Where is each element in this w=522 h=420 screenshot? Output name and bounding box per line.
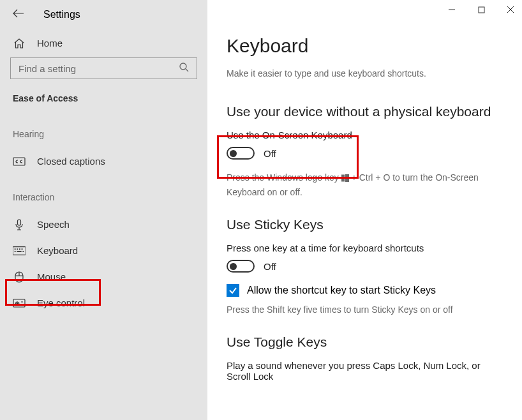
eye-control-icon: [13, 298, 26, 308]
nav-mouse[interactable]: Mouse: [0, 264, 207, 290]
nav-keyboard[interactable]: Keyboard: [0, 237, 207, 264]
windows-logo-icon: [341, 172, 349, 186]
close-button[interactable]: [503, 5, 518, 15]
svg-rect-2: [18, 220, 21, 225]
svg-rect-8: [15, 251, 16, 252]
search-container: [10, 57, 197, 79]
nav-label: Mouse: [37, 271, 66, 282]
search-icon: [179, 62, 189, 75]
closed-captions-icon: [13, 156, 26, 167]
nav-label: Closed captions: [37, 156, 105, 167]
nav-label: Eye control: [37, 297, 85, 308]
osk-label: Use the On-Screen Keyboard: [227, 130, 503, 140]
svg-rect-7: [22, 248, 23, 250]
svg-rect-5: [17, 248, 18, 250]
page-title: Keyboard: [227, 35, 503, 57]
svg-rect-15: [341, 175, 345, 178]
sidebar: Settings Home Ease of Access Hearing Clo…: [0, 0, 207, 420]
sticky-toggle-state: Off: [264, 261, 276, 272]
nav-speech[interactable]: Speech: [0, 211, 207, 237]
home-label: Home: [37, 38, 63, 49]
section-hearing: Hearing: [0, 129, 207, 148]
search-input[interactable]: [19, 63, 179, 74]
search-box[interactable]: [10, 57, 197, 79]
home-nav-item[interactable]: Home: [0, 33, 207, 57]
keyboard-icon: [13, 246, 26, 256]
sticky-shortcut-row: Allow the shortcut key to start Sticky K…: [227, 284, 503, 297]
nav-label: Keyboard: [37, 245, 78, 256]
osk-toggle[interactable]: [227, 147, 255, 160]
sticky-shortcut-label: Allow the shortcut key to start Sticky K…: [247, 285, 436, 296]
sticky-toggle-row: Off: [227, 260, 503, 273]
svg-rect-4: [15, 248, 16, 250]
osk-hint: Press the Windows logo key + Ctrl + O to…: [227, 171, 501, 199]
back-button[interactable]: [13, 8, 24, 21]
section-interaction: Interaction: [0, 192, 207, 211]
svg-rect-14: [479, 7, 484, 13]
osk-heading: Use your device without a physical keybo…: [227, 104, 503, 119]
nav-label: Speech: [37, 219, 70, 230]
svg-rect-6: [19, 248, 20, 250]
svg-rect-17: [341, 179, 345, 182]
svg-rect-9: [17, 251, 21, 252]
app-title: Settings: [43, 9, 80, 20]
maximize-button[interactable]: [474, 5, 489, 15]
minimize-button[interactable]: [444, 5, 459, 15]
nav-closed-captions[interactable]: Closed captions: [0, 148, 207, 174]
home-icon: [13, 38, 26, 49]
mouse-icon: [13, 272, 26, 282]
sticky-label: Press one key at a time for keyboard sho…: [227, 243, 503, 253]
togglekeys-heading: Use Toggle Keys: [227, 334, 503, 350]
sticky-heading: Use Sticky Keys: [227, 217, 503, 232]
window-controls: [444, 5, 518, 15]
svg-rect-1: [13, 158, 25, 165]
osk-toggle-row: Off: [227, 147, 503, 160]
togglekeys-label: Play a sound whenever you press Caps Loc…: [227, 360, 503, 382]
titlebar: Settings: [0, 8, 207, 33]
osk-toggle-state: Off: [264, 148, 276, 159]
svg-point-13: [17, 303, 18, 304]
sticky-hint: Press the Shift key five times to turn S…: [227, 303, 501, 317]
page-subtitle: Make it easier to type and use keyboard …: [227, 68, 503, 79]
main-content: Keyboard Make it easier to type and use …: [207, 0, 522, 420]
speech-icon: [13, 220, 26, 230]
nav-eye-control[interactable]: Eye control: [0, 290, 207, 316]
sticky-toggle[interactable]: [227, 260, 255, 273]
svg-point-0: [180, 63, 186, 70]
category-title: Ease of Access: [0, 93, 207, 103]
svg-rect-10: [22, 251, 24, 252]
sticky-shortcut-checkbox[interactable]: [227, 284, 239, 297]
